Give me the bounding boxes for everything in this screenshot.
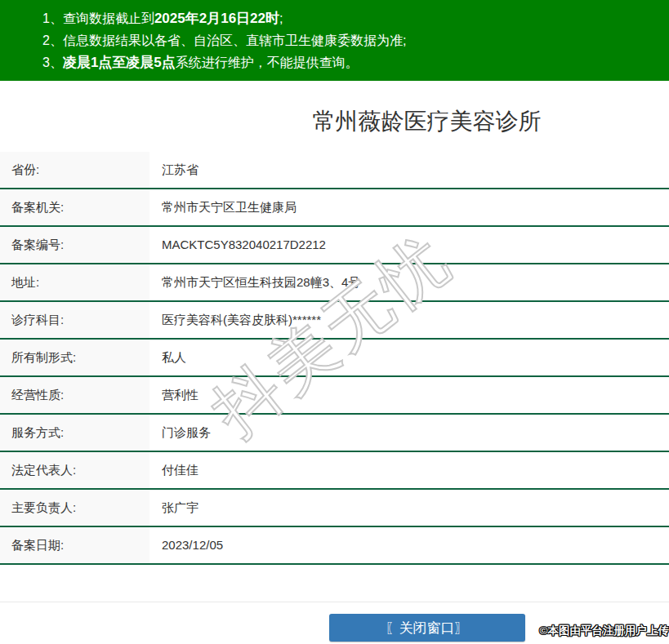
footer-divider (0, 602, 669, 602)
row-label: 备案编号: (0, 227, 149, 263)
row-label: 备案日期: (0, 527, 149, 563)
table-row: 诊疗科目: 医疗美容科(美容皮肤科)****** (0, 302, 669, 340)
row-label: 地址: (0, 264, 149, 300)
notice-text: 2、信息数据结果以各省、自治区、直辖市卫生健康委数据为准; (42, 33, 406, 47)
notice-line: 1、查询数据截止到2025年2月16日22时; (42, 7, 669, 29)
close-window-button[interactable]: 〖关闭窗口〗 (329, 614, 525, 642)
row-value: 私人 (149, 340, 669, 375)
table-row: 服务方式: 门诊服务 (0, 415, 669, 452)
notice-text: 系统进行维护，不能提供查询。 (176, 56, 359, 69)
row-value: 2023/12/05 (149, 527, 669, 563)
row-label: 省份: (0, 152, 149, 188)
row-label: 备案机关: (0, 189, 149, 225)
row-label: 诊疗科目: (0, 302, 149, 338)
notice-line: 3、凌晨1点至凌晨5点系统进行维护，不能提供查询。 (42, 51, 669, 73)
page: 1、查询数据截止到2025年2月16日22时; 2、信息数据结果以各省、自治区、… (0, 0, 669, 644)
notice-banner: 1、查询数据截止到2025年2月16日22时; 2、信息数据结果以各省、自治区、… (0, 0, 669, 81)
row-value: 常州市天宁区恒生科技园28幢3、4号 (149, 264, 669, 300)
notice-text: ; (279, 11, 283, 25)
table-row: 所有制形式: 私人 (0, 340, 669, 377)
copyright-watermark-text: ©本图由平台注册用户上传 (531, 624, 669, 638)
row-value: 医疗美容科(美容皮肤科)****** (149, 302, 669, 338)
page-title: 常州薇龄医疗美容诊所 (0, 108, 669, 135)
row-label: 服务方式: (0, 415, 149, 451)
row-value: 门诊服务 (149, 415, 669, 451)
row-value: MACKTC5Y832040217D2212 (149, 227, 669, 263)
row-label: 主要负责人: (0, 490, 149, 526)
table-row: 备案编号: MACKTC5Y832040217D2212 (0, 227, 669, 264)
row-label: 法定代表人: (0, 452, 149, 488)
row-label: 经营性质: (0, 377, 149, 413)
row-label: 所有制形式: (0, 340, 149, 375)
table-row: 备案机关: 常州市天宁区卫生健康局 (0, 189, 669, 227)
table-row: 备案日期: 2023/12/05 (0, 527, 669, 565)
notice-text: 3、 (42, 56, 63, 69)
row-value: 常州市天宁区卫生健康局 (149, 189, 669, 225)
table-row: 地址: 常州市天宁区恒生科技园28幢3、4号 (0, 264, 669, 302)
notice-text: 1、查询数据截止到 (42, 11, 154, 25)
record-table: 省份: 江苏省 备案机关: 常州市天宁区卫生健康局 备案编号: MACKTC5Y… (0, 152, 669, 565)
notice-text-bold: 凌晨1点至凌晨5点 (63, 55, 176, 70)
notice-line: 2、信息数据结果以各省、自治区、直辖市卫生健康委数据为准; (42, 29, 669, 51)
row-value: 付佳佳 (149, 452, 669, 488)
table-row: 省份: 江苏省 (0, 152, 669, 189)
table-row: 主要负责人: 张广宇 (0, 490, 669, 527)
row-value: 营利性 (149, 377, 669, 413)
table-row: 经营性质: 营利性 (0, 377, 669, 415)
row-value: 江苏省 (149, 152, 669, 188)
table-row: 法定代表人: 付佳佳 (0, 452, 669, 490)
notice-text-bold: 2025年2月16日22时 (154, 11, 279, 26)
row-value: 张广宇 (149, 490, 669, 526)
